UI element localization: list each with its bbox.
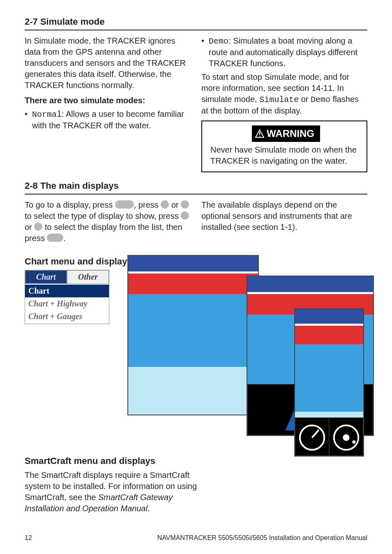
s27-or: or (299, 95, 311, 104)
s27-bullet-demo: • Demo: Simulates a boat moving along a … (201, 35, 367, 69)
s27-startstop: To start and stop Simulate mode, and for… (201, 72, 367, 116)
s27-left-col: In Simulate mode, the TRACKER ignores da… (25, 35, 191, 172)
s27-intro: In Simulate mode, the TRACKER ignores da… (25, 35, 191, 91)
s28-e: or (25, 223, 34, 232)
svg-point-8 (343, 434, 349, 441)
s28-a: To go to a display, press (25, 200, 115, 209)
menu-item-chart-highway[interactable]: Chart + Highway (25, 297, 109, 310)
smartcraft-heading: SmartCraft menu and displays (25, 455, 201, 467)
svg-line-6 (312, 430, 319, 438)
s28-right-col: The available displays depend on the opt… (201, 199, 367, 248)
tab-chart[interactable]: Chart (25, 270, 67, 284)
up-key-icon (181, 211, 189, 220)
left-key-icon (161, 200, 169, 209)
s27-right-col: • Demo: Simulates a boat moving along a … (201, 35, 367, 172)
smartcraft-text: The SmartCraft displays require a SmartC… (25, 470, 201, 514)
s28-c: or (169, 200, 181, 209)
warning-badge: WARNING (252, 125, 320, 142)
svg-point-9 (352, 440, 355, 444)
smartcraft-block: SmartCraft menu and displays The SmartCr… (25, 455, 201, 518)
s28-d: to select the type of display to show, p… (25, 211, 181, 220)
warning-badge-wrap: WARNING (210, 125, 362, 142)
s27-normal-label: Normal (32, 110, 62, 119)
chart-menu: Chart Other Chart Chart + Highway Chart … (25, 270, 109, 324)
chart-menu-list: Chart Chart + Highway Chart + Gauges (25, 284, 109, 324)
s27-demo-label: Demo (209, 37, 228, 46)
screenshot-chart (127, 255, 259, 415)
s28-left-para: To go to a display, press , press or to … (25, 199, 191, 244)
s28-g: . (63, 234, 66, 243)
s27-demo-word: Demo (311, 95, 330, 104)
s28-left-col: To go to a display, press , press or to … (25, 199, 191, 248)
display-key-icon (115, 200, 134, 209)
menu-item-chart[interactable]: Chart (25, 285, 109, 297)
s27-demo-text: Demo: Simulates a boat moving along a ro… (209, 35, 367, 69)
right-key-icon (181, 200, 189, 209)
bullet-icon: • (201, 35, 209, 69)
display-screenshot-collage (127, 255, 374, 485)
svg-point-2 (259, 136, 260, 137)
chart-menu-tabs: Chart Other (25, 270, 109, 284)
s27-sim-word: Simulate (259, 95, 299, 104)
s28-b: , press (134, 200, 161, 209)
bullet-icon: • (25, 109, 32, 131)
s27-demo-rest: : Simulates a boat moving along a route … (209, 36, 357, 68)
warning-text: Never have Simulate mode on when the TRA… (210, 144, 362, 167)
enter-key-icon (47, 234, 63, 242)
section-2-8-body: To go to a display, press , press or to … (25, 199, 367, 248)
compass-gauge (329, 417, 363, 456)
s28-right-para: The available displays depend on the opt… (201, 199, 367, 233)
section-2-7-body: In Simulate mode, the TRACKER ignores da… (25, 35, 367, 172)
screenshot-chart-gauges (294, 308, 364, 457)
smartcraft-text-b: . (148, 504, 150, 513)
down-key-icon (34, 223, 42, 231)
section-2-7-title: 2-7 Simulate mode (25, 16, 367, 30)
warning-triangle-icon (255, 130, 264, 138)
warning-box: WARNING Never have Simulate mode on when… (201, 121, 367, 172)
speed-gauge (295, 417, 329, 456)
s27-bullet-normal: • Normal: Allows a user to become famili… (25, 109, 191, 131)
tab-other[interactable]: Other (67, 270, 109, 284)
warning-label: WARNING (267, 127, 314, 140)
page-footer: 12 NAVMAN TRACKER 5505/5505i/5605 Instal… (25, 533, 367, 542)
page-number: 12 (25, 533, 32, 542)
s27-normal-text: Normal: Allows a user to become familiar… (32, 109, 191, 131)
section-2-8-title: 2-8 The main displays (25, 180, 367, 195)
footer-doc-title: TRACKER 5505/5505i/5605 Installation and… (185, 533, 367, 542)
menu-item-chart-gauges[interactable]: Chart + Gauges (25, 310, 109, 323)
s27-modes-heading: There are two simulate modes: (25, 95, 191, 106)
footer-brand: NAVMAN (157, 533, 185, 542)
